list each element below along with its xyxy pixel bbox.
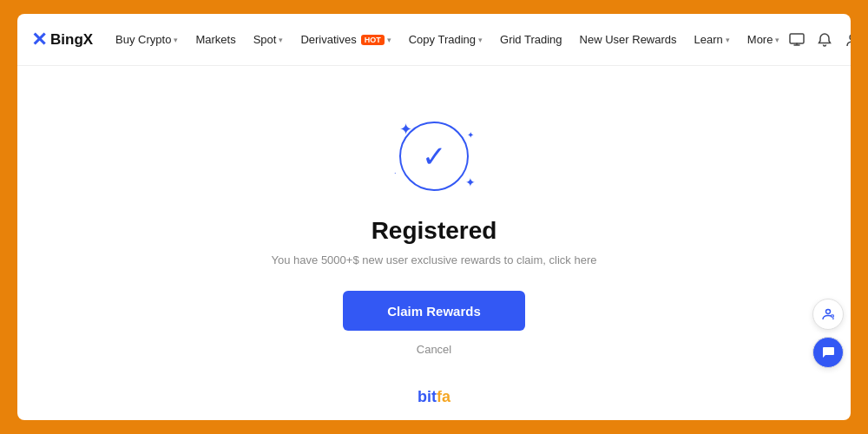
nav-spot[interactable]: Spot ▾ bbox=[245, 14, 293, 66]
nav-right-icons bbox=[788, 31, 851, 49]
nav-markets[interactable]: Markets bbox=[187, 14, 244, 66]
brand-fa: fa bbox=[437, 388, 450, 405]
nav-grid-trading[interactable]: Grid Trading bbox=[491, 14, 571, 66]
float-icons bbox=[812, 299, 844, 368]
nav-more[interactable]: More ▾ bbox=[739, 14, 789, 66]
sparkle-icon-br: ✦ bbox=[465, 175, 476, 189]
svg-point-1 bbox=[850, 35, 851, 40]
bottom-brand: bitfa bbox=[418, 388, 450, 413]
user-icon[interactable] bbox=[844, 31, 851, 49]
screen-icon[interactable] bbox=[788, 31, 806, 49]
user-support-icon[interactable] bbox=[812, 299, 844, 330]
logo-icon: ✕ bbox=[31, 29, 47, 51]
sparkle-icon-tl: ✦ bbox=[399, 120, 412, 139]
hot-badge: HOT bbox=[361, 35, 385, 45]
nav-new-user-rewards[interactable]: New User Rewards bbox=[571, 14, 686, 66]
nav-buy-crypto[interactable]: Buy Crypto ▾ bbox=[107, 14, 187, 66]
nav-learn[interactable]: Learn ▾ bbox=[686, 14, 739, 66]
logo[interactable]: ✕ BingX bbox=[31, 29, 93, 51]
svg-rect-0 bbox=[790, 34, 804, 43]
chevron-down-icon: ▾ bbox=[775, 36, 779, 44]
navbar: ✕ BingX Buy Crypto ▾ Markets Spot ▾ Deri… bbox=[17, 14, 851, 66]
chevron-down-icon: ▾ bbox=[279, 36, 283, 44]
chevron-down-icon: ▾ bbox=[387, 36, 391, 44]
sparkle-icon-tr: ✦ bbox=[467, 130, 474, 140]
success-icon-container: ✦ ✦ ✦ · ✓ bbox=[391, 113, 477, 200]
bell-icon[interactable] bbox=[816, 31, 833, 49]
brand-bit: bit bbox=[418, 388, 437, 405]
main-content: ✦ ✦ ✦ · ✓ Registered You have 5000+$ new… bbox=[17, 66, 851, 420]
chevron-down-icon: ▾ bbox=[478, 36, 483, 44]
app-window: ✕ BingX Buy Crypto ▾ Markets Spot ▾ Deri… bbox=[17, 14, 851, 420]
nav-copy-trading[interactable]: Copy Trading ▾ bbox=[400, 14, 491, 66]
nav-items: Buy Crypto ▾ Markets Spot ▾ Derivatives … bbox=[107, 14, 788, 66]
sparkle-icon-bl: · bbox=[394, 168, 397, 177]
chevron-down-icon: ▾ bbox=[726, 36, 730, 44]
nav-derivatives[interactable]: Derivatives HOT ▾ bbox=[292, 14, 399, 66]
registered-subtitle: You have 5000+$ new user exclusive rewar… bbox=[272, 253, 597, 266]
chat-icon[interactable] bbox=[812, 337, 844, 368]
svg-point-4 bbox=[826, 310, 831, 314]
cancel-link[interactable]: Cancel bbox=[417, 343, 451, 356]
chevron-down-icon: ▾ bbox=[174, 36, 178, 44]
logo-text: BingX bbox=[50, 31, 93, 49]
checkmark-icon: ✓ bbox=[422, 141, 446, 171]
claim-rewards-button[interactable]: Claim Rewards bbox=[343, 291, 525, 331]
registered-title: Registered bbox=[372, 217, 497, 245]
